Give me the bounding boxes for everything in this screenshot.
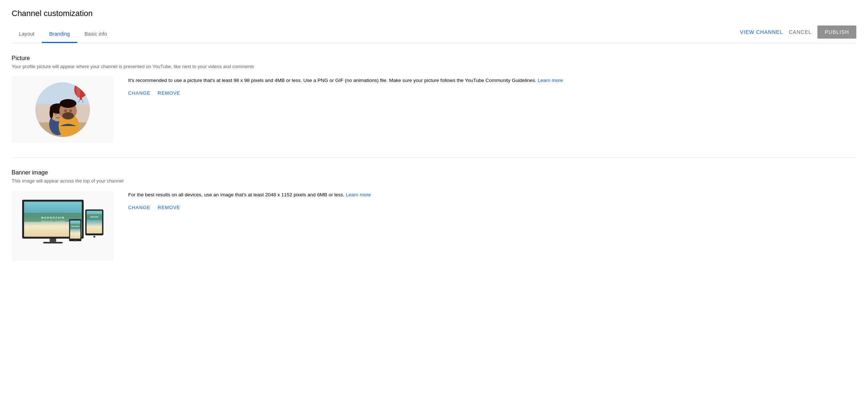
page-title: Channel customization [12,9,856,18]
publish-button[interactable]: PUBLISH [817,26,856,39]
svg-rect-6 [80,97,82,100]
svg-point-34 [93,236,95,238]
banner-section-desc: This image will appear across the top of… [12,178,856,184]
tabs-container: Layout Branding Basic info [12,26,114,43]
cancel-button[interactable]: CANCEL [789,29,812,35]
picture-section-desc: Your profile picture will appear where y… [12,64,856,69]
svg-rect-36 [70,220,80,239]
banner-info-panel: For the best results on all devices, use… [128,191,856,210]
banner-learn-more-link[interactable]: Learn more [346,192,371,197]
svg-rect-29 [43,242,63,243]
picture-section-body: It's recommended to use a picture that's… [12,77,856,143]
view-channel-button[interactable]: VIEW CHANNEL [740,29,783,35]
tab-branding[interactable]: Branding [42,26,77,43]
profile-picture-preview [35,82,90,137]
svg-rect-28 [50,239,56,242]
tab-layout[interactable]: Layout [12,26,42,43]
svg-point-21 [70,109,72,112]
main-content: Picture Your profile picture will appear… [0,43,868,287]
picture-section-title: Picture [12,55,856,62]
banner-mockup: MAHNOZAIN TRAVELER 2022 · KNOW MORE MAHN… [19,197,106,255]
svg-point-14 [55,113,57,115]
picture-info-text: It's recommended to use a picture that's… [128,77,856,85]
banner-info-text: For the best results on all devices, use… [128,191,856,199]
banner-preview-box: MAHNOZAIN TRAVELER 2022 · KNOW MORE MAHN… [12,191,114,261]
svg-point-18 [60,99,76,108]
picture-learn-more-link[interactable]: Learn more [538,78,563,83]
banner-actions: CHANGE REMOVE [128,205,856,210]
picture-section: Picture Your profile picture will appear… [12,55,856,143]
svg-text:MAHNOZAIN: MAHNOZAIN [71,226,79,227]
svg-text:MAHNOZAIN: MAHNOZAIN [41,216,65,219]
svg-point-5 [76,82,80,98]
banner-section-body: MAHNOZAIN TRAVELER 2022 · KNOW MORE MAHN… [12,191,856,261]
banner-section-title: Banner image [12,169,856,176]
banner-remove-button[interactable]: REMOVE [158,205,180,210]
banner-change-button[interactable]: CHANGE [128,205,150,210]
picture-actions: CHANGE REMOVE [128,90,856,96]
tab-basic-info[interactable]: Basic info [77,26,114,43]
picture-change-button[interactable]: CHANGE [128,90,150,96]
svg-point-39 [74,240,76,242]
header-actions: VIEW CHANNEL CANCEL PUBLISH [740,26,856,43]
svg-point-12 [50,108,53,118]
section-divider [12,157,856,158]
svg-point-20 [64,109,67,112]
svg-text:TRAVELER 2022 · KNOW MORE: TRAVELER 2022 · KNOW MORE [41,220,65,222]
page-header: Channel customization Layout Branding Ba… [0,0,868,43]
tabs-row: Layout Branding Basic info VIEW CHANNEL … [12,26,856,43]
picture-preview-box [12,77,114,143]
svg-text:MAHNOZAIN: MAHNOZAIN [90,216,98,218]
svg-point-19 [62,112,74,119]
picture-remove-button[interactable]: REMOVE [158,90,180,96]
picture-info-panel: It's recommended to use a picture that's… [128,77,856,96]
banner-section: Banner image This image will appear acro… [12,169,856,261]
